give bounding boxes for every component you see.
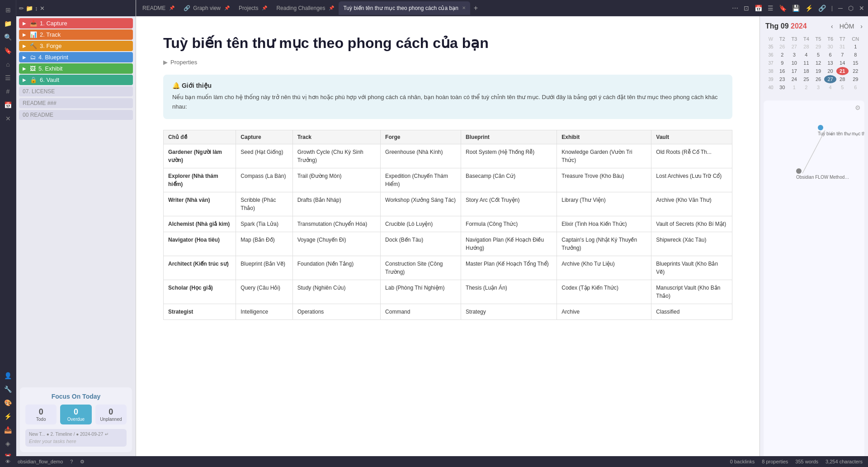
focus-todo[interactable]: 0 Todo [25, 405, 57, 424]
cal-day[interactable]: 21 [836, 67, 849, 75]
status-properties[interactable]: 8 properties [762, 459, 788, 464]
cal-day[interactable]: 16 [776, 67, 788, 75]
doc-properties[interactable]: ▶ Properties [163, 59, 732, 66]
cal-prev-button[interactable]: ‹ [831, 22, 833, 31]
cal-day[interactable]: 26 [812, 75, 825, 83]
cal-day[interactable]: 23 [776, 75, 788, 83]
cal-day[interactable]: 4 [800, 51, 812, 59]
cal-day[interactable]: 3 [788, 51, 801, 59]
focus-task-input[interactable]: Enter your tasks here [29, 438, 123, 444]
cal-day[interactable]: 7 [836, 51, 849, 59]
tab-bar-icon-3[interactable]: ↕ [35, 5, 38, 12]
cal-day[interactable]: 2 [800, 83, 812, 91]
panel-plugin-button[interactable]: ⚡ [803, 4, 815, 13]
panel-list2-button[interactable]: ☰ [766, 4, 775, 13]
rail-folder-icon[interactable]: 📁 [2, 17, 14, 30]
rail-search-icon[interactable]: 🔍 [2, 31, 14, 43]
cal-day[interactable]: 12 [812, 59, 825, 67]
cal-day[interactable]: 20 [824, 67, 836, 75]
cal-day[interactable]: 25 [800, 75, 812, 83]
panel-save-button[interactable]: 💾 [790, 4, 802, 13]
graph-node-flow[interactable]: Obsidian FLOW Methodology [796, 168, 850, 180]
cal-day[interactable]: 30 [776, 83, 788, 91]
cal-day[interactable]: 5 [812, 51, 825, 59]
tab-reading[interactable]: Reading Challenges 📌 [272, 1, 339, 15]
cal-day[interactable]: 29 [849, 75, 863, 83]
sidebar-extra-1[interactable]: 07. LICENSE [19, 86, 133, 96]
window-minimize-button[interactable]: ─ [836, 4, 844, 13]
rail-people-icon[interactable]: 👤 [2, 369, 14, 382]
window-restore-button[interactable]: ⬡ [846, 4, 855, 13]
rail-new-tab-icon[interactable]: ⊞ [2, 4, 14, 16]
cal-day[interactable]: 3 [812, 83, 825, 91]
graph-area[interactable]: Tuỳ biến tên thư mục theo phong cách của… [764, 100, 864, 463]
tab-projects[interactable]: Projects 📌 [234, 1, 272, 15]
sidebar-item-blueprint[interactable]: ▶ 🗂 4. Blueprint [19, 52, 133, 62]
cal-day[interactable]: 13 [824, 59, 836, 67]
rail-tag-icon[interactable]: # [2, 85, 14, 98]
window-close-button[interactable]: ✕ [857, 4, 866, 13]
sidebar-extra-2[interactable]: README ### [19, 98, 133, 108]
cal-day[interactable]: 8 [849, 51, 863, 59]
sidebar-item-capture[interactable]: ▶ 📥 1. Capture [19, 18, 133, 29]
panel-split-button[interactable]: ⊡ [742, 4, 751, 13]
cal-day[interactable]: 28 [836, 75, 849, 83]
focus-overdue[interactable]: 0 Overdue [60, 405, 91, 424]
tab-list-button[interactable]: ⋯ [730, 4, 740, 13]
rail-graph-icon[interactable]: ◈ [2, 437, 14, 450]
graph-settings-button[interactable]: ⚙ [855, 104, 861, 111]
cal-day[interactable]: 22 [849, 67, 863, 75]
cal-day[interactable]: 6 [824, 51, 836, 59]
sidebar-item-track[interactable]: ▶ 📊 2. Track [19, 29, 133, 40]
cal-day[interactable]: 11 [800, 59, 812, 67]
cal-day[interactable]: 28 [800, 43, 812, 51]
cal-day[interactable]: 27 [824, 75, 836, 83]
cal-day[interactable]: 9 [776, 59, 788, 67]
panel-calendar-button[interactable]: 📅 [753, 4, 764, 13]
rail-home-icon[interactable]: ⌂ [2, 58, 14, 71]
cal-day[interactable]: 2 [776, 51, 788, 59]
graph-node-main[interactable]: Tuỳ biến tên thư mục theo phong cách của… [818, 125, 864, 136]
rail-tools-icon[interactable]: 🔧 [2, 383, 14, 396]
cal-day[interactable]: 1 [849, 43, 863, 51]
rail-bookmark-icon[interactable]: 🔖 [2, 44, 14, 57]
cal-today-button[interactable]: HÔM [837, 22, 857, 31]
tab-main-close[interactable]: ✕ [462, 5, 466, 10]
tab-bar-icon-1[interactable]: ✏ [19, 5, 24, 12]
cal-day[interactable]: 29 [812, 43, 825, 51]
tab-readme[interactable]: README 📌 [138, 1, 179, 15]
sidebar-item-vault[interactable]: ▶ 🔒 6. Vault [19, 75, 133, 85]
rail-inbox-icon[interactable]: 📥 [2, 424, 14, 436]
new-tab-button[interactable]: + [470, 4, 481, 12]
cal-day[interactable]: 19 [812, 67, 825, 75]
status-backlinks[interactable]: 0 backlinks [730, 459, 755, 464]
cal-day[interactable]: 30 [824, 43, 836, 51]
cal-next-button[interactable]: › [860, 22, 863, 31]
sidebar-item-exhibit[interactable]: ▶ 🖼 5. Exhibit [19, 63, 133, 74]
cal-day[interactable]: 24 [788, 75, 801, 83]
sidebar-extra-3[interactable]: 00 README [19, 110, 133, 120]
cal-day[interactable]: 10 [788, 59, 801, 67]
tab-graph[interactable]: 🔗 Graph view 📌 [179, 1, 234, 15]
cal-day[interactable]: 27 [788, 43, 801, 51]
rail-paint-icon[interactable]: 🎨 [2, 396, 14, 409]
rail-x-icon[interactable]: ✕ [2, 112, 14, 125]
cal-day[interactable]: 4 [824, 83, 836, 91]
focus-unplanned[interactable]: 0 Unplanned [95, 405, 127, 424]
rail-plugin-icon[interactable]: ⚡ [2, 410, 14, 423]
cal-day[interactable]: 26 [776, 43, 788, 51]
panel-bookmark2-button[interactable]: 🔖 [777, 4, 788, 13]
cal-day[interactable]: 6 [849, 83, 863, 91]
tab-bar-icon-4[interactable]: ✕ [40, 5, 45, 12]
tab-bar-icon-2[interactable]: 📁 [26, 5, 33, 12]
cal-day[interactable]: 5 [836, 83, 849, 91]
panel-link-button[interactable]: 🔗 [816, 4, 828, 13]
rail-calendar-icon[interactable]: 📅 [2, 99, 14, 111]
cal-day[interactable]: 14 [836, 59, 849, 67]
cal-day[interactable]: 1 [788, 83, 801, 91]
tab-main[interactable]: Tuỳ biến tên thư mục theo phong cách của… [339, 1, 470, 15]
cal-day[interactable]: 31 [836, 43, 849, 51]
cal-day[interactable]: 18 [800, 67, 812, 75]
rail-list-icon[interactable]: ☰ [2, 71, 14, 84]
cal-day[interactable]: 17 [788, 67, 801, 75]
